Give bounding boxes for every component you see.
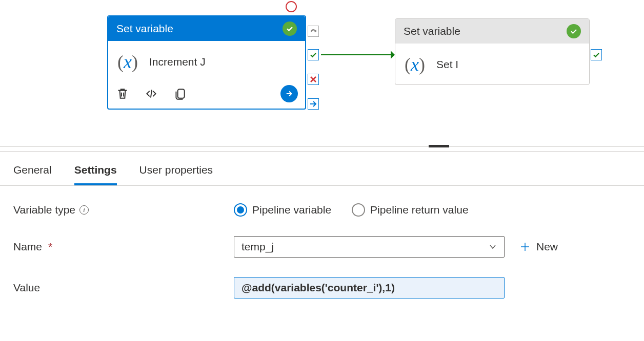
- activity-toolbar: [108, 82, 305, 109]
- tab-user-properties[interactable]: User properties: [139, 160, 213, 185]
- panel-resize-handle[interactable]: [429, 145, 449, 147]
- breakpoint-indicator[interactable]: [286, 1, 297, 12]
- radio-pipeline-return-value[interactable]: Pipeline return value: [352, 203, 468, 217]
- activity-body: (x) Set I: [395, 44, 589, 84]
- code-icon[interactable]: [144, 87, 158, 101]
- delete-icon[interactable]: [115, 87, 130, 101]
- value-expression-input[interactable]: [234, 277, 505, 299]
- copy-icon[interactable]: [173, 87, 187, 101]
- value-label: Value: [13, 282, 234, 294]
- variable-type-label: Variable type i: [13, 204, 234, 216]
- variable-icon: (x): [405, 54, 425, 75]
- activity-set-variable-increment-j[interactable]: Set variable (x) Increment J: [107, 15, 306, 110]
- pipeline-canvas[interactable]: Set variable (x) Increment J: [0, 0, 644, 146]
- anchor-failure-icon[interactable]: [308, 74, 319, 85]
- chevron-down-icon: [489, 243, 497, 251]
- activity-type-label: Set variable: [116, 23, 173, 35]
- variable-type-radio-group: Pipeline variable Pipeline return value: [234, 203, 469, 217]
- panel-resize-divider[interactable]: [0, 146, 644, 152]
- radio-label: Pipeline variable: [252, 204, 331, 216]
- anchor-success-icon[interactable]: [308, 49, 319, 60]
- activity-name-label: Set I: [436, 58, 458, 71]
- activity-set-variable-set-i[interactable]: Set variable (x) Set I: [395, 18, 590, 85]
- info-icon[interactable]: i: [79, 205, 89, 215]
- row-value: Value: [13, 277, 631, 299]
- tab-settings[interactable]: Settings: [74, 160, 117, 185]
- properties-tabs: General Settings User properties: [0, 152, 644, 186]
- anchor-completion-icon[interactable]: [308, 26, 319, 37]
- name-select-value: temp_j: [242, 241, 274, 253]
- anchor-skip-icon[interactable]: [308, 98, 319, 110]
- activity-type-label: Set variable: [404, 25, 460, 37]
- run-activity-button[interactable]: [280, 85, 298, 102]
- activity-name-label: Increment J: [149, 56, 206, 68]
- status-success-icon: [567, 24, 581, 38]
- activity-header[interactable]: Set variable: [395, 19, 589, 44]
- anchor-success-icon[interactable]: [591, 49, 602, 60]
- status-success-icon: [283, 22, 297, 36]
- svg-rect-0: [178, 89, 185, 98]
- name-label: Name*: [13, 241, 234, 253]
- row-variable-type: Variable type i Pipeline variable Pipeli…: [13, 203, 631, 217]
- radio-pipeline-variable[interactable]: Pipeline variable: [234, 203, 331, 217]
- success-connector[interactable]: [321, 54, 393, 55]
- row-name: Name* temp_j New: [13, 236, 631, 258]
- variable-icon: (x): [117, 51, 138, 73]
- radio-label: Pipeline return value: [370, 204, 468, 216]
- new-variable-button[interactable]: New: [519, 241, 558, 253]
- activity-header[interactable]: Set variable: [108, 16, 305, 41]
- tab-general[interactable]: General: [13, 160, 52, 185]
- activity-body: (x) Increment J: [108, 41, 305, 82]
- settings-form: Variable type i Pipeline variable Pipeli…: [0, 186, 644, 299]
- name-select[interactable]: temp_j: [234, 236, 505, 258]
- new-variable-label: New: [536, 241, 558, 253]
